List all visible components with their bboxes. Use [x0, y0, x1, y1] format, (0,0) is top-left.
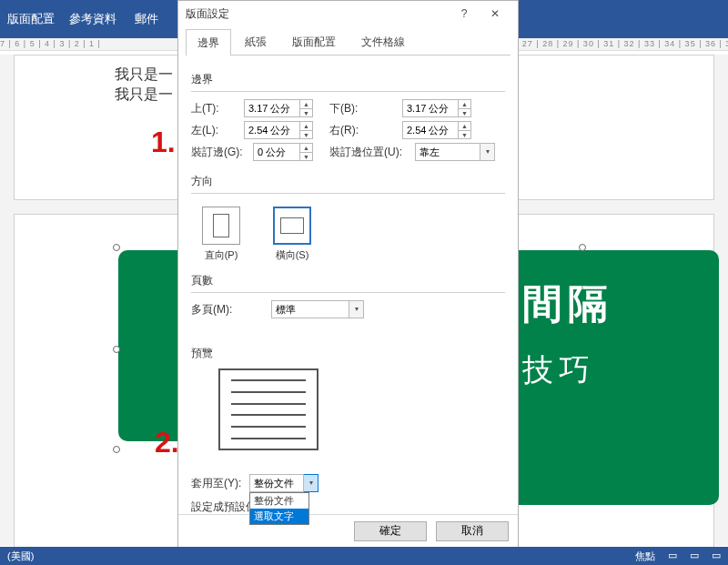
chevron-down-icon[interactable]: ▾	[480, 143, 495, 161]
spin-down-icon[interactable]: ▼	[300, 153, 312, 161]
status-focus[interactable]: 焦點	[635, 550, 655, 563]
apply-to-label: 套用至(Y):	[191, 476, 249, 491]
orientation-group: 直向(P) 橫向(S)	[191, 193, 505, 262]
spin-up-icon[interactable]: ▲	[300, 100, 312, 109]
preview-box	[218, 368, 318, 450]
orientation-landscape[interactable]: 橫向(S)	[268, 207, 317, 262]
apply-to-select[interactable]: ▾ 整份文件 選取文字	[249, 474, 318, 492]
tab-layout[interactable]: 版面配置	[280, 28, 348, 55]
tab-docgrid[interactable]: 文件格線	[349, 28, 417, 55]
cancel-button[interactable]: 取消	[436, 521, 509, 541]
spin-up-icon[interactable]: ▲	[459, 100, 470, 109]
margin-top-label: 上(T):	[191, 101, 244, 116]
spin-down-icon[interactable]: ▼	[459, 131, 470, 139]
margins-group: 上(T): ▲▼ 下(B): ▲▼ 左(L): ▲▼ 右(R):	[191, 91, 505, 161]
close-button[interactable]: ✕	[480, 3, 511, 25]
page-1-text: 我只是一 我只是一	[115, 65, 173, 105]
multi-pages-label: 多頁(M):	[191, 302, 244, 318]
view-read-icon[interactable]: ▭	[668, 550, 677, 563]
spin-down-icon[interactable]: ▼	[300, 109, 312, 117]
spin-down-icon[interactable]: ▼	[300, 131, 312, 139]
apply-option-whole[interactable]: 整份文件	[250, 493, 308, 509]
chevron-down-icon[interactable]: ▾	[304, 474, 318, 492]
orientation-landscape-label: 橫向(S)	[268, 248, 317, 262]
green-mid-text: 技巧	[510, 331, 719, 391]
margin-bottom-input[interactable]: ▲▼	[402, 99, 471, 117]
ribbon-tab-reference[interactable]: 參考資料	[69, 11, 116, 27]
chevron-down-icon[interactable]: ▾	[349, 300, 364, 318]
margin-top-input[interactable]: ▲▼	[244, 99, 313, 117]
tab-margin[interactable]: 邊界	[186, 29, 231, 55]
text-line: 我只是一	[115, 85, 173, 105]
ok-button[interactable]: 確定	[354, 521, 427, 541]
gutter-pos-label: 裝訂邊位置(U):	[329, 145, 415, 160]
green-card-right: 間隔 技巧	[510, 250, 719, 505]
preview-heading: 預覽	[191, 346, 505, 361]
spin-down-icon[interactable]: ▼	[459, 109, 470, 117]
multi-pages-select[interactable]: ▾	[271, 300, 364, 318]
margin-right-label: 右(R):	[329, 123, 402, 138]
margin-left-label: 左(L):	[191, 123, 244, 138]
apply-to-dropdown-list: 整份文件 選取文字	[249, 492, 309, 525]
apply-option-selection[interactable]: 選取文字	[250, 509, 308, 524]
ribbon-tab-layout[interactable]: 版面配置	[7, 11, 55, 27]
spin-up-icon[interactable]: ▲	[459, 122, 470, 131]
ruler-left: 7 | 6 | 5 | 4 | 3 | 2 | 1 |	[0, 39, 101, 48]
set-default-link[interactable]: 設定成預設值	[191, 500, 257, 513]
margin-bottom-label: 下(B):	[329, 101, 402, 116]
dialog-title: 版面設定	[186, 6, 449, 22]
green-big-text: 間隔	[510, 250, 719, 331]
ribbon-tab-mail[interactable]: 郵件	[135, 11, 158, 27]
pages-group: 多頁(M): ▾	[191, 292, 505, 318]
orientation-portrait-label: 直向(P)	[197, 248, 246, 262]
spin-up-icon[interactable]: ▲	[300, 144, 312, 153]
orientation-heading: 方向	[191, 174, 505, 189]
pages-heading: 頁數	[191, 273, 505, 288]
annotation-2: 2.	[155, 426, 179, 459]
view-print-icon[interactable]: ▭	[690, 550, 699, 563]
annotation-1: 1.	[151, 126, 176, 159]
spin-up-icon[interactable]: ▲	[300, 122, 312, 131]
gutter-input[interactable]: ▲▼	[253, 143, 313, 161]
gutter-pos-select[interactable]: ▾	[415, 143, 495, 161]
margin-left-input[interactable]: ▲▼	[244, 121, 313, 139]
text-line: 我只是一	[115, 65, 173, 85]
margin-right-input[interactable]: ▲▼	[402, 121, 471, 139]
gutter-label: 裝訂邊(G):	[191, 145, 253, 160]
help-button[interactable]: ?	[449, 3, 480, 25]
margins-heading: 邊界	[191, 72, 505, 87]
tab-paper[interactable]: 紙張	[233, 28, 278, 55]
dialog-footer: 確定 取消	[178, 514, 518, 547]
status-bar: (美國) 焦點 ▭ ▭ ▭	[0, 547, 728, 565]
status-language[interactable]: (美國)	[7, 550, 34, 563]
dialog-titlebar: 版面設定 ? ✕	[178, 1, 518, 26]
view-web-icon[interactable]: ▭	[712, 550, 721, 563]
page-setup-dialog: 版面設定 ? ✕ 邊界 紙張 版面配置 文件格線 邊界 上(T): ▲▼ 下(B…	[177, 0, 519, 548]
dialog-tabs: 邊界 紙張 版面配置 文件格線	[186, 28, 511, 55]
orientation-portrait[interactable]: 直向(P)	[197, 207, 246, 262]
